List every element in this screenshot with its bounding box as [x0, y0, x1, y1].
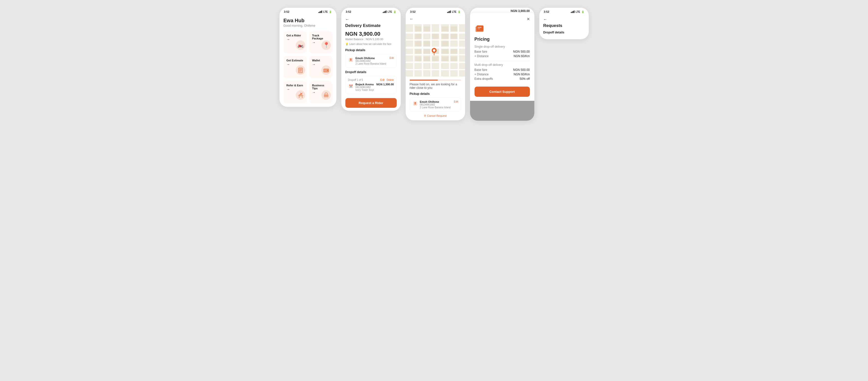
home-content: Ewa Hub Good morning, Ohifeme Get a Ride…: [280, 14, 336, 107]
svg-rect-43: [424, 41, 430, 46]
svg-rect-34: [422, 25, 423, 76]
signal-icon-2: [383, 10, 386, 13]
dropoff-edit-btn[interactable]: Edit: [380, 79, 384, 81]
single-distance-value: NGN 60/Km: [514, 54, 530, 58]
pricing-title: Pricing: [474, 37, 530, 42]
contact-support-button[interactable]: Contact Support: [474, 87, 530, 97]
dropoff-card: Dropoff 1 of 5 Edit Delete ✂️ Bojack Are…: [345, 76, 397, 94]
cancel-icon: ⊘: [424, 114, 426, 117]
dropoff-delete-btn[interactable]: Delete: [387, 79, 394, 81]
svg-rect-31: [406, 62, 465, 63]
svg-rect-49: [451, 34, 457, 39]
status-bar-5: 3:52 LTE 🔋: [539, 8, 589, 14]
pricing-top: ✕ Pricing Single drop-off delivery Base …: [470, 13, 534, 87]
estimate-title: Delivery Estimate: [345, 23, 397, 28]
pricing-bottom-area: [470, 101, 534, 121]
multi-base-row: Base fare NGN 500.00: [474, 68, 530, 71]
map-area: [406, 24, 465, 77]
back-button-3[interactable]: ←: [410, 17, 414, 21]
svg-rect-37: [449, 25, 450, 76]
hub-greeting: Good morning, Ohifeme: [283, 24, 332, 27]
card-refer-earn-icon: [296, 90, 305, 102]
card-track-package-icon: 📍: [321, 40, 331, 52]
card-business-tips[interactable]: Business Tips →: [309, 81, 332, 103]
svg-rect-58: [441, 57, 448, 61]
top-amount-label: NGN 3,900.00: [470, 8, 534, 13]
pricing-icon: [474, 24, 530, 35]
dropoff-row: ✂️ Bojack Aremu 08134961682 Ivory Tower …: [348, 83, 394, 91]
progress-inner: [410, 80, 438, 81]
pickup-info: Emoh Ohifeme 08134961682 2 Lane Rose Ban…: [355, 57, 388, 65]
card-get-rider[interactable]: Get a Rider → 🏍️: [283, 31, 307, 53]
multi-base-value: NGN 500.00: [513, 68, 530, 71]
svg-rect-53: [441, 49, 448, 54]
dropoff-address: Ivory Tower Ikoyi: [355, 89, 375, 91]
lte-icon-5: LTE: [576, 10, 580, 13]
wallet-balance: Wallet Balance : NGN 5,100.00: [345, 38, 397, 41]
single-base-row: Base fare NGN 500.00: [474, 50, 530, 53]
dropoff-icon: ✂️: [348, 83, 353, 90]
map-header: ←: [406, 14, 465, 24]
back-button-5[interactable]: ←: [543, 17, 547, 22]
dropoff-header: Dropoff 1 of 5 Edit Delete: [348, 79, 394, 81]
multi-base-label: Base fare: [474, 68, 487, 71]
cancel-request-btn[interactable]: ⊘ Cancel Request: [410, 114, 461, 117]
svg-rect-32: [406, 69, 465, 70]
status-bar-1: 3:52 LTE 🔋: [280, 8, 336, 14]
screen-home: 3:52 LTE 🔋 Ewa Hub Good morning, Ohifeme…: [279, 7, 337, 107]
pickup-phone: 08134961682: [355, 60, 388, 62]
signal-icon-5: [571, 10, 575, 13]
signal-icon: [318, 10, 322, 13]
svg-point-65: [415, 102, 416, 103]
dropoff-section-title-5: Dropoff details: [543, 31, 585, 34]
status-icons-2: LTE 🔋: [383, 10, 396, 13]
card-business-tips-icon: [321, 90, 331, 102]
lte-icon: LTE: [323, 10, 328, 13]
card-wallet[interactable]: Wallet →: [309, 56, 332, 78]
battery-icon: 🔋: [329, 10, 332, 13]
dropoff-num: Dropoff 1 of 5: [348, 79, 363, 81]
svg-rect-40: [415, 34, 421, 39]
svg-rect-48: [451, 26, 457, 31]
learn-fare: 💡 Learn about how we calculate the fare: [345, 43, 397, 46]
screen-map: 3:52 LTE 🔋 ←: [405, 7, 465, 120]
card-get-rider-icon: 🏍️: [296, 40, 305, 52]
dropoff-info: Bojack Aremu 08134961682 Ivory Tower Iko…: [355, 83, 375, 91]
pickup-row: Emoh Ohifeme 08134961682 2 Lane Rose Ban…: [348, 57, 394, 65]
back-button-2[interactable]: ←: [345, 17, 349, 22]
multi-distance-value: NGN 60/Km: [514, 72, 530, 76]
map-svg: [406, 24, 465, 77]
card-get-estimate-label: Get Estimate: [286, 59, 304, 62]
pickup-edit[interactable]: Edit: [390, 57, 394, 59]
card-track-package[interactable]: Track Package → 📍: [309, 31, 332, 53]
svg-point-23: [350, 58, 351, 59]
status-bar-3: 3:52 LTE 🔋: [406, 8, 465, 14]
svg-text:✂️: ✂️: [349, 84, 352, 88]
multi-extra-value: 50% off: [520, 77, 530, 81]
pickup-icon-3: [412, 101, 418, 108]
screen-requests: 3:52 LTE 🔋 ← Requests Dropoff details: [539, 7, 589, 39]
pickup-phone-3: 08134961682: [420, 103, 452, 106]
requests-content: ← Requests Dropoff details: [539, 14, 589, 39]
svg-rect-36: [439, 25, 441, 76]
signal-icon-3: [447, 10, 451, 13]
card-get-estimate[interactable]: Get Estimate →: [283, 56, 307, 78]
dropoff-name: Bojack Aremu: [355, 83, 375, 86]
pickup-card-3: Emoh Ohifeme 08134961682 2 Lane Rose Ban…: [410, 97, 461, 112]
card-refer-earn[interactable]: Refer & Earn →: [283, 81, 307, 103]
request-rider-button[interactable]: Request a Rider: [345, 98, 397, 108]
svg-rect-51: [424, 49, 430, 54]
card-wallet-icon: [321, 65, 331, 77]
status-icons-1: LTE 🔋: [318, 10, 332, 13]
svg-rect-27: [406, 32, 465, 34]
svg-rect-28: [406, 39, 465, 40]
pickup-edit-3[interactable]: Edit: [454, 100, 458, 103]
card-wallet-label: Wallet: [312, 59, 330, 62]
svg-rect-69: [477, 28, 480, 29]
svg-rect-5: [299, 68, 303, 73]
close-button[interactable]: ✕: [474, 17, 530, 22]
status-icons-3: LTE 🔋: [447, 10, 460, 13]
svg-rect-47: [441, 41, 448, 46]
svg-rect-39: [415, 26, 421, 31]
svg-rect-59: [451, 57, 457, 61]
